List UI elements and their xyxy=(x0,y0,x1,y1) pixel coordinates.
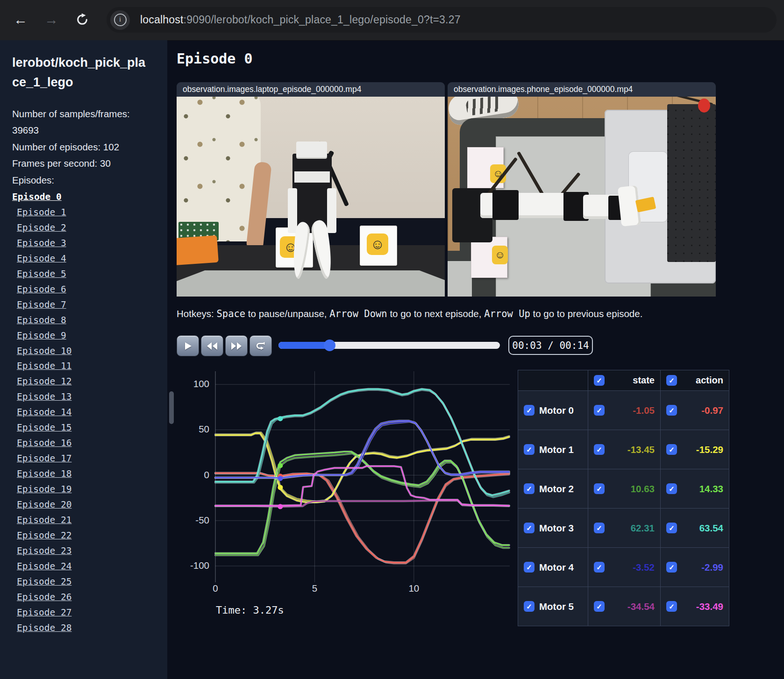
video-laptop[interactable]: ☺ ☺ xyxy=(177,97,445,297)
motor-state-checkbox[interactable] xyxy=(594,523,605,533)
chart-time-label: Time: 3.27s xyxy=(216,604,284,616)
sidebar-episode-link[interactable]: Episode 28 xyxy=(17,621,157,636)
sidebar-episode-link[interactable]: Episode 8 xyxy=(17,313,157,328)
sidebar-episode-link[interactable]: Episode 16 xyxy=(17,436,157,451)
motor-state-value: -3.52 xyxy=(633,562,655,573)
smiley-box: ☺ xyxy=(360,226,397,266)
sidebar-episode-link[interactable]: Episode 1 xyxy=(17,205,157,220)
motor-action-checkbox[interactable] xyxy=(666,444,677,455)
sidebar-episode-link[interactable]: Episode 4 xyxy=(17,251,157,267)
robot-motor xyxy=(492,190,519,220)
sidebar-episode-link[interactable]: Episode 18 xyxy=(17,467,157,482)
lego-plate-corner xyxy=(448,261,472,297)
motor-checkbox[interactable] xyxy=(524,444,535,455)
sidebar-episode-link[interactable]: Episode 3 xyxy=(17,236,157,251)
sidebar-episode-link[interactable]: Episode 2 xyxy=(17,220,157,236)
motor-label: Motor 3 xyxy=(539,523,574,534)
play-button[interactable] xyxy=(177,335,199,356)
motor-state-value: 62.31 xyxy=(631,523,655,534)
rewind-button[interactable] xyxy=(201,335,223,356)
loop-button[interactable] xyxy=(249,335,272,356)
url-bar[interactable]: i localhost:9090/lerobot/koch_pick_place… xyxy=(107,7,777,33)
sidebar-episode-link[interactable]: Episode 15 xyxy=(17,420,157,436)
hotkey-key: Space xyxy=(216,308,245,319)
motor-label: Motor 2 xyxy=(539,483,574,495)
sidebar-episode-link[interactable]: Episode 22 xyxy=(17,528,157,544)
state-column-checkbox[interactable] xyxy=(594,375,605,386)
sidebar-episode-link[interactable]: Episode 7 xyxy=(17,297,157,313)
y-axis-tick: -50 xyxy=(174,515,209,526)
y-axis-tick: 100 xyxy=(174,378,209,389)
motor-state-value: -34.54 xyxy=(627,601,655,612)
sidebar-scrollbar[interactable] xyxy=(169,391,174,424)
sidebar-episode-link[interactable]: Episode 24 xyxy=(17,559,157,574)
sidebar-episode-link[interactable]: Episode 12 xyxy=(17,374,157,389)
lego-baseplate xyxy=(177,270,445,297)
sidebar-episode-link[interactable]: Episode 27 xyxy=(17,605,157,621)
sidebar-episode-link[interactable]: Episode 17 xyxy=(17,451,157,467)
hotkey-text: to pause/unpause, xyxy=(245,308,329,319)
episode-list: Episode 0Episode 1Episode 2Episode 3Epis… xyxy=(17,190,157,636)
hotkey-text: to go to next episode, xyxy=(387,308,484,319)
motor-state-checkbox[interactable] xyxy=(594,601,605,612)
sidebar-episode-link[interactable]: Episode 14 xyxy=(17,405,157,420)
motor-state-checkbox[interactable] xyxy=(594,444,605,455)
seek-slider[interactable] xyxy=(278,342,500,349)
sidebar-episode-link[interactable]: Episode 13 xyxy=(17,389,157,405)
motor-state-value: -13.45 xyxy=(627,444,655,455)
info-icon[interactable]: i xyxy=(110,10,130,30)
hotkey-key: Arrow Down xyxy=(329,308,387,319)
video-panel-phone: observation.images.phone_episode_000000.… xyxy=(448,82,716,297)
forward-arrow-icon[interactable]: → xyxy=(41,9,62,30)
sidebar-episode-link[interactable]: Episode 6 xyxy=(17,282,157,297)
sidebar-episode-link[interactable]: Episode 11 xyxy=(17,359,157,374)
sidebar-episode-link[interactable]: Episode 26 xyxy=(17,590,157,605)
sidebar-episode-link[interactable]: Episode 0 xyxy=(12,190,157,205)
motor-action-checkbox[interactable] xyxy=(666,405,677,416)
motor-state-checkbox[interactable] xyxy=(594,483,605,494)
motor-action-checkbox[interactable] xyxy=(666,483,677,494)
page: ← → i localhost:9090/lerobot/koch_pick_p… xyxy=(0,0,784,679)
sidebar-episode-link[interactable]: Episode 21 xyxy=(17,513,157,528)
motor-checkbox[interactable] xyxy=(524,562,535,573)
motor-action-checkbox[interactable] xyxy=(666,523,677,533)
motor-chart[interactable] xyxy=(215,371,510,582)
motor-checkbox[interactable] xyxy=(524,483,535,494)
sidebar-episode-link[interactable]: Episode 10 xyxy=(17,344,157,359)
motor-label: Motor 1 xyxy=(539,444,574,455)
motor-state-value: 10.63 xyxy=(631,483,655,495)
motor-row: Motor 0-1.05-0.97 xyxy=(518,391,729,430)
fast-forward-button[interactable] xyxy=(225,335,248,356)
action-column-checkbox[interactable] xyxy=(666,375,677,386)
motor-label: Motor 0 xyxy=(539,405,574,416)
sidebar-episode-link[interactable]: Episode 9 xyxy=(17,328,157,344)
back-arrow-icon[interactable]: ← xyxy=(10,9,31,30)
motor-action-value: -15.29 xyxy=(696,444,723,455)
motor-row: Motor 362.3163.54 xyxy=(518,509,729,548)
slider-thumb[interactable] xyxy=(324,340,335,351)
sidebar-episode-link[interactable]: Episode 23 xyxy=(17,544,157,559)
video-phone[interactable]: ☺ ☺ xyxy=(448,97,716,297)
video-title-laptop: observation.images.laptop_episode_000000… xyxy=(177,82,445,97)
table-header-row: state action xyxy=(518,370,729,391)
motor-checkbox[interactable] xyxy=(524,405,535,416)
motor-checkbox[interactable] xyxy=(524,523,535,533)
hotkey-text: to go to previous episode. xyxy=(530,308,642,319)
x-axis-tick: 10 xyxy=(404,583,424,594)
sidebar-episode-link[interactable]: Episode 5 xyxy=(17,267,157,282)
motor-state-checkbox[interactable] xyxy=(594,405,605,416)
url-text[interactable]: localhost:9090/lerobot/koch_pick_place_1… xyxy=(140,14,461,26)
motor-checkbox[interactable] xyxy=(524,601,535,612)
table-body: Motor 0-1.05-0.97Motor 1-13.45-15.29Moto… xyxy=(518,391,729,626)
sidebar-episode-link[interactable]: Episode 20 xyxy=(17,497,157,513)
time-display: 00:03 / 00:14 xyxy=(508,336,593,355)
motor-action-checkbox[interactable] xyxy=(666,562,677,573)
x-axis-tick: 0 xyxy=(205,583,226,594)
motor-state-checkbox[interactable] xyxy=(594,562,605,573)
reload-icon[interactable] xyxy=(72,9,93,30)
sidebar-episode-link[interactable]: Episode 25 xyxy=(17,574,157,590)
browser-toolbar: ← → i localhost:9090/lerobot/koch_pick_p… xyxy=(0,0,784,41)
motor-action-checkbox[interactable] xyxy=(666,601,677,612)
sidebar-episode-link[interactable]: Episode 19 xyxy=(17,482,157,497)
video-title-phone: observation.images.phone_episode_000000.… xyxy=(448,82,716,97)
